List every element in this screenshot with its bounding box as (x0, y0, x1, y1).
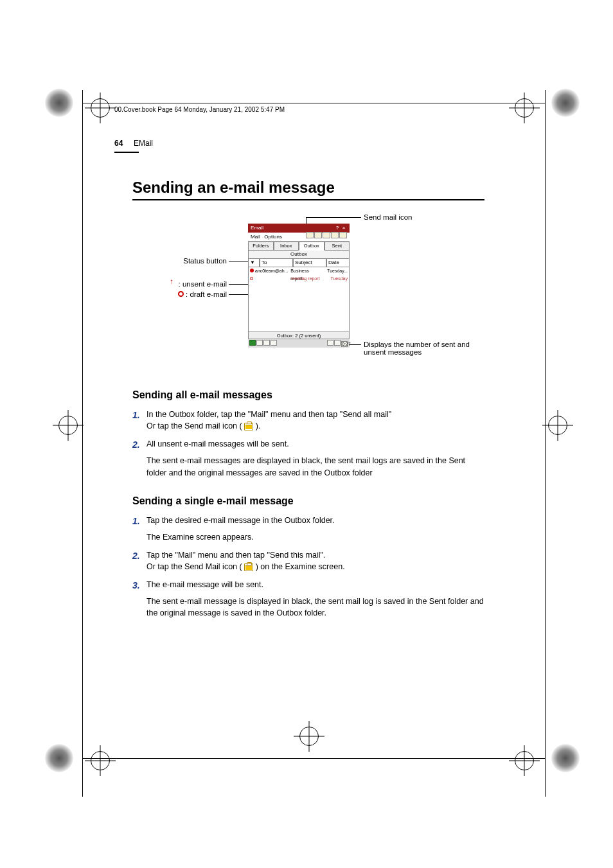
crosshair-icon (546, 414, 569, 437)
folder-tabs: Folders Inbox Outbox Sent (248, 242, 350, 251)
app-title: Email (251, 224, 263, 233)
tab-folders[interactable]: Folders (248, 242, 274, 251)
list-item[interactable]: anc0team@ah... Business report... Tuesda… (249, 267, 349, 275)
step-number: 1. (132, 515, 147, 543)
help-icon: ? (334, 224, 341, 233)
step-number: 2. (132, 549, 147, 572)
toolbar-icon[interactable] (331, 232, 339, 238)
crosshair-icon (513, 96, 536, 120)
crop-mark (82, 90, 83, 797)
taskbar-icon[interactable] (263, 340, 270, 346)
draft-circle-icon (178, 291, 184, 297)
close-icon: × (341, 224, 347, 233)
step-item: 2. All unsent e-mail messages will be se… (132, 438, 487, 478)
running-header: 64 EMail (114, 139, 487, 148)
tray-icon[interactable] (334, 340, 341, 346)
leader-line (229, 261, 248, 261)
callout-send-icon: Send mail icon (364, 213, 479, 221)
col-date[interactable]: Date (326, 259, 350, 267)
callout-unsent: : unsent e-mail (140, 280, 227, 288)
steps-send-single: 1. Tap the desired e-mail message in the… (132, 515, 487, 619)
crosshair-icon (298, 725, 321, 748)
col-to[interactable]: To (260, 259, 293, 267)
message-list: anc0team@ah... Business report... Tuesda… (248, 267, 350, 332)
app-titlebar: Email ?× (248, 224, 350, 233)
taskbar: 0:27 (248, 339, 350, 348)
send-mail-icon[interactable] (306, 232, 314, 238)
send-mail-icon (244, 423, 253, 430)
tab-sent[interactable]: Sent (324, 242, 350, 251)
book-header-line: 00.Cover.book Page 64 Monday, January 21… (114, 106, 487, 113)
crosshair-icon (89, 749, 112, 772)
leader-line (229, 284, 249, 285)
subheading-send-all: Sending all e-mail messages (132, 389, 487, 401)
callout-draft: : draft e-mail (140, 290, 227, 298)
step-item: 2. Tap the "Mail" menu and then tap "Sen… (132, 549, 487, 572)
menu-options[interactable]: Options (264, 234, 282, 240)
menu-mail[interactable]: Mail (251, 234, 260, 240)
toolbar-icon[interactable] (339, 232, 347, 238)
taskbar-icon[interactable] (256, 340, 263, 346)
app-menubar: Mail Options (248, 233, 350, 242)
crop-mark (82, 758, 545, 759)
page-number: 64 (114, 139, 123, 148)
column-headers: ▼ To Subject Date (248, 259, 350, 267)
step-number: 2. (132, 438, 147, 478)
registration-mark-icon (45, 744, 73, 772)
tray-icon[interactable] (327, 340, 333, 346)
callout-counter: Displays the number of sent and unsent m… (364, 341, 484, 356)
step-number: 3. (132, 579, 147, 619)
taskbar-icon[interactable] (271, 340, 277, 346)
sort-indicator[interactable]: ▼ (248, 259, 260, 267)
page-title: Sending an e-mail message (132, 179, 487, 197)
crop-mark (82, 103, 545, 103)
toolbar-icons (305, 232, 347, 242)
leader-line (229, 294, 251, 295)
steps-send-all: 1. In the Outbox folder, tap the "Mail" … (132, 409, 487, 479)
crop-mark (545, 90, 546, 797)
status-dot-icon (250, 277, 253, 280)
callout-status-button: Status button (114, 257, 227, 265)
taskbar-icon[interactable] (249, 340, 256, 346)
step-item: 1. In the Outbox folder, tap the "Mail" … (132, 409, 487, 432)
annotated-screenshot-figure: Status button : unsent e-mail : draft e-… (114, 218, 484, 373)
unsent-arrow-icon (170, 280, 176, 287)
status-bar: Outbox: 2 (2 unsent) (248, 332, 350, 339)
crosshair-icon (57, 414, 80, 437)
header-rule (114, 152, 139, 153)
step-item: 3. The e-mail message will be sent. The … (132, 579, 487, 619)
subheading-send-single: Sending a single e-mail message (132, 495, 487, 507)
registration-mark-icon (45, 89, 73, 117)
col-subject[interactable]: Subject (293, 259, 326, 267)
registration-mark-icon (551, 89, 580, 117)
toolbar-icon[interactable] (314, 232, 322, 238)
device-screenshot: Email ?× Mail Options Folders Inbox Outb… (248, 224, 350, 362)
leader-line (306, 217, 361, 218)
subfolder-label: Outbox (248, 251, 350, 259)
tab-inbox[interactable]: Inbox (274, 242, 299, 251)
tab-outbox[interactable]: Outbox (299, 242, 324, 251)
section-name: EMail (134, 139, 153, 148)
step-number: 1. (132, 409, 147, 432)
crosshair-icon (89, 96, 112, 120)
title-rule (132, 199, 484, 200)
clock: 0:27 (341, 341, 348, 347)
toolbar-icon[interactable] (323, 232, 330, 238)
list-item[interactable]: meeting report Tuesday (249, 275, 349, 283)
crosshair-icon (513, 749, 536, 772)
step-item: 1. Tap the desired e-mail message in the… (132, 515, 487, 543)
registration-mark-icon (551, 744, 580, 772)
send-mail-icon (244, 563, 253, 571)
